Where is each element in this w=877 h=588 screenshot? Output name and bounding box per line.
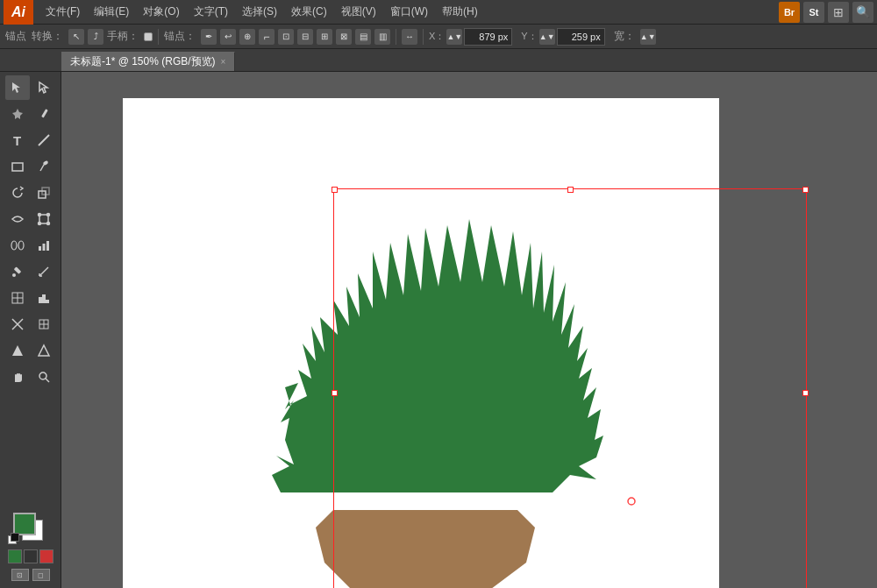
sep3 — [423, 29, 424, 45]
menu-edit[interactable]: 编辑(E) — [87, 3, 136, 21]
tool-row-type: T — [0, 128, 61, 152]
mini-swatch-gray[interactable] — [24, 549, 38, 563]
column-graph-tool[interactable] — [32, 233, 56, 258]
anchor-btn3[interactable]: ⊕ — [239, 29, 255, 45]
color-section: ⊡ ◻ — [0, 507, 61, 584]
arrow-btn[interactable]: ↔ — [402, 29, 417, 45]
menu-help[interactable]: 帮助(H) — [435, 3, 485, 21]
eyedropper-tool[interactable] — [5, 259, 30, 284]
tool-row-pen — [0, 102, 61, 126]
change-screen-btn[interactable]: ◻ — [32, 569, 50, 581]
shape-btn7[interactable]: ▥ — [374, 29, 390, 45]
y-increment-icon[interactable]: ▲▼ — [539, 29, 555, 45]
app-logo: Ai — [4, 0, 33, 25]
rotate-tool[interactable] — [5, 181, 30, 205]
artwork-svg — [123, 98, 719, 588]
y-label: Y： — [521, 30, 537, 43]
mini-swatch-red[interactable] — [39, 549, 53, 563]
tool-row-paint — [0, 338, 61, 363]
select-tool[interactable] — [5, 75, 30, 100]
screen-mode-btn[interactable]: ⊡ — [11, 569, 29, 581]
anchor-btn2[interactable]: ↩ — [220, 29, 236, 45]
tool-row-blend — [0, 233, 61, 258]
x-input[interactable] — [464, 28, 512, 46]
pencil-tool[interactable] — [32, 102, 56, 126]
menu-object[interactable]: 对象(O) — [136, 3, 186, 21]
tool-row-rotate — [0, 181, 61, 205]
bridge-icon[interactable]: Br — [779, 2, 800, 23]
handle-icon[interactable] — [144, 32, 153, 41]
live-paint-tool[interactable] — [5, 338, 30, 363]
transform-btn2[interactable]: ⤴ — [88, 29, 103, 45]
zoom-tool[interactable] — [32, 365, 56, 389]
measure-tool[interactable] — [32, 259, 56, 284]
slice-tool[interactable] — [5, 312, 30, 337]
shape-btn1[interactable]: ⌐ — [259, 29, 275, 45]
shape-btn5[interactable]: ⊠ — [336, 29, 352, 45]
shape-btn3[interactable]: ⊟ — [297, 29, 313, 45]
x-increment-icon[interactable]: ▲▼ — [446, 29, 462, 45]
tab-close-btn[interactable]: × — [221, 57, 226, 67]
tool-row-eyedropper — [0, 259, 61, 284]
handle-tr[interactable] — [802, 187, 809, 193]
y-input[interactable] — [557, 28, 605, 46]
shape-btn6[interactable]: ▤ — [355, 29, 371, 45]
slice-select-tool[interactable] — [32, 312, 56, 337]
tool-row-shape — [0, 154, 61, 179]
live-paint-select-tool[interactable] — [32, 338, 56, 363]
svg-line-4 — [40, 165, 44, 171]
svg-point-35 — [39, 372, 46, 379]
warp-tool[interactable] — [5, 207, 30, 231]
type-tool[interactable]: T — [5, 128, 30, 152]
tool-row-slice — [0, 312, 61, 337]
scale-tool[interactable] — [32, 181, 56, 205]
menu-view[interactable]: 视图(V) — [334, 3, 383, 21]
pen-tool[interactable] — [5, 102, 30, 126]
stock-icon[interactable]: St — [803, 2, 824, 23]
svg-rect-27 — [46, 300, 49, 303]
anchor-icon[interactable]: ✒ — [201, 29, 217, 45]
svg-rect-17 — [13, 266, 20, 273]
sep2 — [396, 29, 396, 45]
svg-point-9 — [46, 214, 49, 216]
svg-rect-16 — [46, 241, 49, 251]
transform-label: 转换： — [32, 29, 63, 44]
blend-tool[interactable] — [5, 233, 30, 258]
line-tool[interactable] — [32, 128, 56, 152]
menu-effect[interactable]: 效果(C) — [284, 3, 334, 21]
hand-tool[interactable] — [5, 365, 30, 389]
svg-point-13 — [18, 241, 24, 250]
anchor-label2: 锚点： — [164, 29, 196, 44]
mesh-tool[interactable] — [5, 286, 30, 310]
free-transform-tool[interactable] — [32, 207, 56, 231]
workspace-icon[interactable]: ⊞ — [828, 2, 849, 23]
rect-tool[interactable] — [5, 154, 30, 179]
main-area: T — [0, 72, 877, 588]
w-increment-icon[interactable]: ▲▼ — [640, 29, 656, 45]
canvas-area[interactable] — [61, 72, 877, 588]
document-tab[interactable]: 未标题-1* @ 150% (RGB/预览) × — [61, 52, 235, 71]
mini-swatch-green[interactable] — [8, 549, 22, 563]
bar-chart-tool[interactable] — [32, 286, 56, 310]
shape-btn2[interactable]: ⊡ — [278, 29, 294, 45]
svg-point-18 — [12, 273, 16, 277]
shape-btn4[interactable]: ⊞ — [317, 29, 332, 45]
tool-row-warp — [0, 207, 61, 231]
svg-rect-15 — [42, 244, 45, 251]
direct-select-tool[interactable] — [32, 75, 56, 100]
brush-tool[interactable] — [32, 154, 56, 179]
svg-line-1 — [39, 135, 49, 145]
menu-file[interactable]: 文件(F) — [39, 3, 87, 21]
menu-bar-right: Br St ⊞ 🔍 — [779, 2, 873, 23]
search-icon[interactable]: 🔍 — [852, 2, 873, 23]
transform-btn1[interactable]: ↖ — [68, 29, 84, 45]
handle-mr[interactable] — [802, 390, 809, 396]
svg-line-36 — [46, 379, 49, 382]
left-toolbar: T — [0, 72, 61, 588]
tool-row-mesh — [0, 286, 61, 310]
menu-window[interactable]: 窗口(W) — [383, 3, 435, 21]
x-label: X： — [429, 30, 445, 43]
menu-select[interactable]: 选择(S) — [235, 3, 284, 21]
toolbar1: 锚点 转换： ↖ ⤴ 手柄： 锚点： ✒ ↩ ⊕ ⌐ ⊡ ⊟ ⊞ ⊠ ▤ ▥ ↔… — [0, 25, 877, 49]
menu-text[interactable]: 文字(T) — [187, 3, 235, 21]
